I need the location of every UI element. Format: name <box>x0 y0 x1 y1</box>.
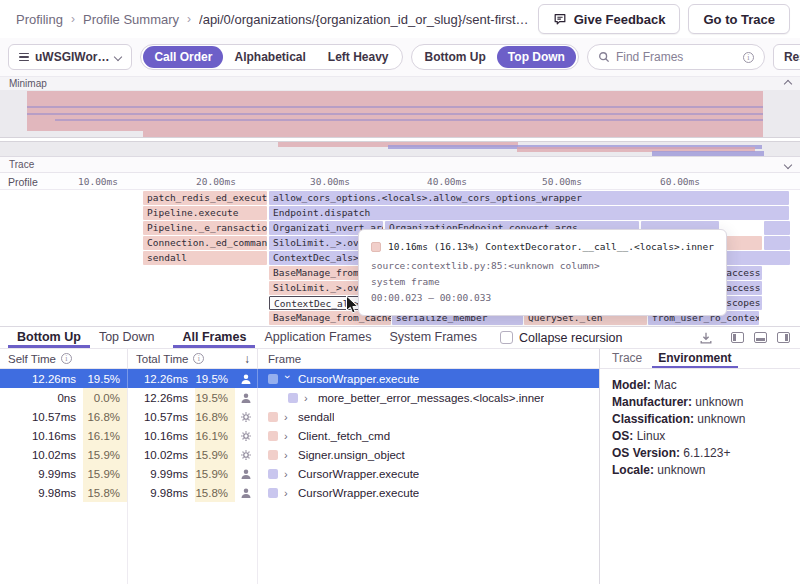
direction-segmented-control: Bottom Up Top Down <box>411 44 579 70</box>
total-time-column-header[interactable]: Total Timei ↓ <box>128 349 258 368</box>
download-icon[interactable] <box>699 331 713 345</box>
collapse-recursion-checkbox[interactable] <box>500 331 513 344</box>
tab-environment[interactable]: Environment <box>652 349 737 368</box>
minimap-block <box>55 119 763 121</box>
axis-tick-label: 20.00ms <box>196 176 236 187</box>
table-row[interactable]: 10.02ms15.9%10.02ms15.9%›Signer.unsign_o… <box>0 445 599 464</box>
table-row[interactable]: 9.99ms15.9%9.99ms15.9%›CursorWrapper.exe… <box>0 464 599 483</box>
frame-table: Self Timei Total Timei ↓ Frame 12.26ms19… <box>0 349 600 584</box>
total-time-info-icon[interactable]: i <box>193 353 204 364</box>
self-time-cell: 0ns0.0% <box>0 388 128 407</box>
minimap-block <box>652 151 764 156</box>
frame-column-header[interactable]: Frame <box>258 353 599 365</box>
table-row[interactable]: 0ns0.0%12.26ms19.5%›more_better_error_me… <box>0 388 599 407</box>
sort-direction-icon[interactable]: ↓ <box>244 352 257 366</box>
collapse-recursion-toggle[interactable]: Collapse recursion <box>500 327 623 348</box>
top-down-button[interactable]: Top Down <box>497 46 576 68</box>
expand-chevron-icon[interactable]: › <box>304 392 312 404</box>
tooltip-frame-name: ContextDecorator.__call__.<locals>.inner <box>485 241 714 252</box>
table-row[interactable]: 10.57ms16.8%10.57ms16.8%›sendall <box>0 407 599 426</box>
table-row[interactable]: 12.26ms19.5%12.26ms19.5%›CursorWrapper.e… <box>0 369 599 388</box>
expand-chevron-icon[interactable]: › <box>284 468 292 480</box>
tab-trace[interactable]: Trace <box>606 349 648 368</box>
flame-frame[interactable]: Connection._ed_command <box>143 236 267 250</box>
frame-color-swatch <box>268 450 278 460</box>
trace-section-header: Trace <box>0 157 800 173</box>
give-feedback-button[interactable]: Give Feedback <box>538 4 681 34</box>
self-time-info-icon[interactable]: i <box>61 353 72 364</box>
breadcrumb-profiling[interactable]: Profiling <box>16 12 63 27</box>
minimap-block <box>27 113 763 115</box>
reset-zoom-button[interactable]: Reset Zoom <box>773 44 800 70</box>
total-time-cell: 9.98ms15.8% <box>128 483 258 502</box>
tab-system-frames[interactable]: System Frames <box>380 327 486 348</box>
layout-left-icon[interactable] <box>731 332 744 343</box>
gear-icon <box>235 449 257 461</box>
thread-selector-value: uWSGIWor… <box>35 50 109 64</box>
frame-color-swatch <box>268 431 278 441</box>
collapse-minimap-chevron-icon[interactable] <box>784 79 792 87</box>
layout-right-icon[interactable] <box>777 332 790 343</box>
flame-frame[interactable]: patch_redis_ed_execute <box>143 191 267 205</box>
flamegraph[interactable]: 10.16ms (16.13%) ContextDecorator.__call… <box>0 190 800 326</box>
axis-tick-label: 50.00ms <box>542 176 582 187</box>
bottom-panel: Bottom Up Top Down All Frames Applicatio… <box>0 326 800 584</box>
tab-top-down[interactable]: Top Down <box>90 327 164 348</box>
frame-cell: ›Signer.unsign_object <box>258 445 599 464</box>
user-icon <box>235 468 257 480</box>
gear-icon <box>235 430 257 442</box>
expand-chevron-icon[interactable]: › <box>284 411 292 423</box>
total-time-cell: 10.02ms15.9% <box>128 445 258 464</box>
frame-color-swatch <box>268 469 278 479</box>
sort-left-heavy-button[interactable]: Left Heavy <box>317 46 400 68</box>
flame-frame[interactable]: BaseManage_from_c <box>269 266 359 280</box>
thread-selector[interactable]: uWSGIWor… <box>8 44 132 70</box>
minimap-block <box>27 91 763 131</box>
flame-frame[interactable]: Pipeline._e_ransaction <box>143 221 267 235</box>
tab-bottom-up[interactable]: Bottom Up <box>8 327 90 348</box>
flame-frame[interactable] <box>764 221 790 235</box>
table-row[interactable]: 10.16ms16.1%10.16ms16.1%›Client._fetch_c… <box>0 426 599 445</box>
frame-color-swatch <box>288 393 298 403</box>
tooltip-time-range: 00:00.023 — 00:00.033 <box>371 290 714 306</box>
breadcrumb-profile-summary[interactable]: Profile Summary <box>83 12 179 27</box>
sort-call-order-button[interactable]: Call Order <box>143 46 223 68</box>
time-axis: Profile 10.00ms20.00ms30.00ms40.00ms50.0… <box>0 173 800 190</box>
self-time-cell: 10.16ms16.1% <box>0 426 128 445</box>
flamegraph-toolbar: uWSGIWor… Call Order Alphabetical Left H… <box>0 38 800 76</box>
table-empty-area <box>0 502 599 584</box>
flame-frame[interactable]: Endpoint.dispatch <box>269 206 789 220</box>
page-header: Profiling › Profile Summary › /api/0/org… <box>0 0 800 38</box>
go-to-trace-button[interactable]: Go to Trace <box>688 4 790 34</box>
expand-chevron-icon[interactable]: › <box>282 375 294 383</box>
user-icon <box>235 373 257 385</box>
give-feedback-label: Give Feedback <box>574 12 666 27</box>
minimap-content[interactable] <box>0 90 800 157</box>
sort-alphabetical-button[interactable]: Alphabetical <box>223 46 316 68</box>
expand-chevron-icon[interactable]: › <box>284 487 292 499</box>
tab-all-frames[interactable]: All Frames <box>173 327 255 348</box>
flame-frame[interactable]: SiloLimit._>.over <box>269 281 359 295</box>
self-time-column-header[interactable]: Self Timei <box>0 349 128 368</box>
breadcrumb-separator-icon: › <box>187 12 191 26</box>
layout-bottom-icon[interactable] <box>754 332 767 343</box>
user-icon <box>235 487 257 499</box>
total-time-cell: 12.26ms19.5% <box>128 369 258 388</box>
flame-frame[interactable] <box>764 236 790 250</box>
reset-zoom-label: Reset Zoom <box>784 50 800 64</box>
collapse-trace-chevron-icon[interactable] <box>784 160 792 168</box>
expand-chevron-icon[interactable]: › <box>284 430 292 442</box>
bottom-up-button[interactable]: Bottom Up <box>414 46 497 68</box>
table-row[interactable]: 9.98ms15.8%9.98ms15.8%›CursorWrapper.exe… <box>0 483 599 502</box>
search-info-icon[interactable]: i <box>743 52 754 63</box>
find-frames-input[interactable]: Find Frames i <box>587 44 765 70</box>
flame-frame[interactable]: allow_cors_options.<locals>.allow_cors_o… <box>269 191 789 205</box>
flame-frame[interactable]: SiloLimit._>.over <box>269 236 359 250</box>
flame-frame[interactable]: Pipeline.execute <box>143 206 267 220</box>
flame-frame[interactable]: ContextDec_als>.i <box>269 251 359 265</box>
flame-frame[interactable]: sendall <box>143 251 267 265</box>
details-panel: Trace Environment Model: MacManufacturer… <box>600 349 800 584</box>
expand-chevron-icon[interactable]: › <box>284 449 292 461</box>
axis-tick-label: 60.00ms <box>660 176 700 187</box>
tab-application-frames[interactable]: Application Frames <box>255 327 380 348</box>
